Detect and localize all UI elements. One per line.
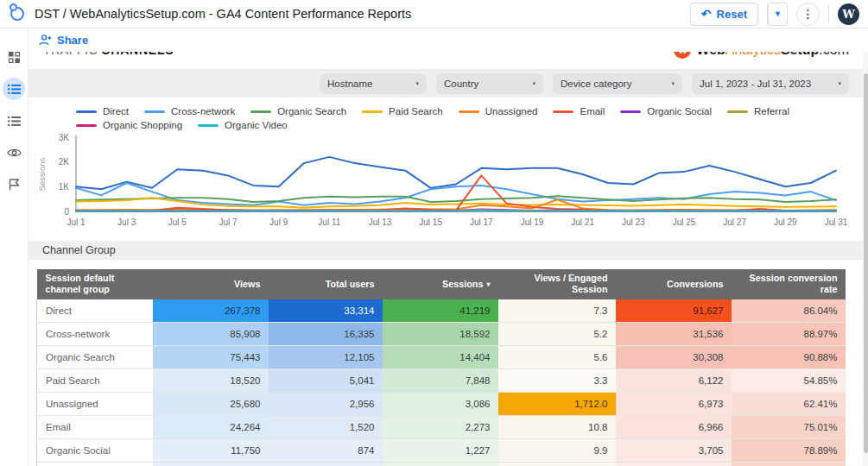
column-header-sessions[interactable]: Sessions▾ xyxy=(383,269,498,299)
table-section-header: Channel Group xyxy=(29,241,868,260)
column-header-conversions[interactable]: Conversions xyxy=(616,269,732,299)
metric-cell: 16,335 xyxy=(269,323,383,346)
legend-swatch xyxy=(362,110,383,113)
metric-cell: 86.04% xyxy=(732,299,846,323)
legend-item-organic-shopping[interactable]: Organic Shopping xyxy=(76,120,182,130)
metric-cell: 54.85% xyxy=(732,369,846,393)
account-avatar[interactable]: W xyxy=(838,3,859,25)
x-tick-label: Jul 21 xyxy=(571,217,594,227)
legend-item-cross-network[interactable]: Cross-network xyxy=(144,106,235,116)
reset-button-label: Reset xyxy=(717,8,747,21)
legend-label: Unassigned xyxy=(485,106,538,116)
sidebar-item-report-list[interactable] xyxy=(3,78,25,100)
filter-bar: Hostname▾Country▾Device category▾Jul 1, … xyxy=(29,69,868,98)
sessions-line-chart: DirectCross-networkOrganic SearchPaid Se… xyxy=(36,106,852,236)
metric-cell: 2,956 xyxy=(269,393,383,416)
x-tick-label: Jul 11 xyxy=(318,217,340,227)
legend-item-organic-search[interactable]: Organic Search xyxy=(250,106,346,116)
filter-chip-label: Jul 1, 2023 - Jul 31, 2023 xyxy=(700,79,811,89)
column-header-views[interactable]: Views xyxy=(153,269,269,299)
column-header-views-engaged-session[interactable]: Views / Engaged Session xyxy=(498,269,616,299)
metric-cell: 6,966 xyxy=(616,416,732,439)
legend-label: Organic Video xyxy=(225,120,288,130)
topbar-actions: ↶ Reset Share ▼ ⋮ W xyxy=(690,3,859,26)
metric-cell: 7,848 xyxy=(383,369,498,393)
legend-item-organic-video[interactable]: Organic Video xyxy=(198,120,288,130)
column-header-label: Sessions xyxy=(442,279,483,289)
y-tick-label: 2K xyxy=(59,157,70,167)
filter-chip-jul-1-2023-jul-31-2023[interactable]: Jul 1, 2023 - Jul 31, 2023▾ xyxy=(692,73,849,94)
metric-cell: 24,264 xyxy=(153,416,269,439)
filter-chip-country[interactable]: Country▾ xyxy=(436,73,543,94)
looker-studio-report: DST / WebAnalyticsSetup.com - GA4 Conten… xyxy=(0,0,868,466)
metric-cell: 78.89% xyxy=(732,439,846,463)
metric-cell: 3,705 xyxy=(616,439,732,463)
looker-studio-icon[interactable] xyxy=(10,7,24,21)
x-tick-label: Jul 5 xyxy=(168,217,187,227)
x-tick-label: Jul 27 xyxy=(723,217,746,227)
metric-cell: 6,973 xyxy=(616,393,732,416)
metric-cell: 7.3 xyxy=(498,299,616,323)
table-row-organic-social: Organic Social11,7508741,2279.93,70578.8… xyxy=(37,439,846,463)
series-line-organic-video[interactable] xyxy=(76,211,836,211)
table-row-cross-network: Cross-network85,90816,33518,5925.231,536… xyxy=(37,323,846,346)
metric-cell: 12,105 xyxy=(269,346,383,369)
column-header-session-conversion-rate[interactable]: Session conversion rate xyxy=(732,269,846,299)
filter-chip-label: Country xyxy=(444,79,478,89)
channel-group-table: Session default channel groupViewsTotal … xyxy=(36,269,846,466)
sidebar-item-preview[interactable] xyxy=(3,142,25,164)
metric-cell: 1,916 xyxy=(616,463,732,466)
legend-swatch xyxy=(250,110,271,113)
chart-legend: DirectCross-networkOrganic SearchPaid Se… xyxy=(36,106,852,130)
legend-label: Organic Social xyxy=(647,106,712,116)
metric-cell: 75.01% xyxy=(732,416,846,439)
series-line-direct[interactable] xyxy=(76,157,836,189)
legend-swatch xyxy=(620,110,641,113)
metric-cell: 90.88% xyxy=(732,346,846,369)
legend-label: Cross-network xyxy=(171,106,235,116)
filter-chip-hostname[interactable]: Hostname▾ xyxy=(320,73,427,94)
table-row-direct: Direct267,37833,31441,2197.391,62786.04% xyxy=(37,299,846,323)
metric-cell: 30,308 xyxy=(616,346,732,369)
channel-name-cell: Unassigned xyxy=(37,393,153,416)
filter-chip-device-category[interactable]: Device category▾ xyxy=(553,73,682,94)
sidebar-item-flag[interactable] xyxy=(3,173,25,196)
metric-cell: 5.6 xyxy=(498,346,616,369)
more-options-button[interactable]: ⋮ xyxy=(796,3,820,26)
x-tick-label: Jul 13 xyxy=(369,217,392,227)
reset-button[interactable]: ↶ Reset xyxy=(690,3,758,26)
share-dropdown-caret[interactable]: ▼ xyxy=(768,3,787,25)
column-header-total-users[interactable]: Total users xyxy=(269,269,383,299)
legend-item-direct[interactable]: Direct xyxy=(76,106,129,116)
metric-cell: 1,520 xyxy=(269,416,383,439)
metric-cell: 6,087 xyxy=(153,463,269,466)
column-header-session-default-channel-group[interactable]: Session default channel group xyxy=(37,269,153,299)
metric-cell: 2,273 xyxy=(383,416,498,439)
x-tick-label: Jul 29 xyxy=(774,217,797,227)
legend-item-unassigned[interactable]: Unassigned xyxy=(459,106,538,116)
x-tick-label: Jul 15 xyxy=(419,217,442,227)
y-tick-label: 0 xyxy=(64,207,69,217)
column-header-label: Total users xyxy=(326,279,375,289)
legend-label: Direct xyxy=(103,106,129,116)
sidebar-item-outline[interactable] xyxy=(3,110,25,132)
metric-cell: 33,314 xyxy=(269,299,383,323)
x-tick-label: Jul 23 xyxy=(622,217,645,227)
legend-item-referral[interactable]: Referral xyxy=(727,106,789,116)
metric-cell: 1,227 xyxy=(383,439,498,463)
sidebar-item-pages[interactable] xyxy=(3,46,25,68)
legend-swatch xyxy=(727,110,748,113)
metric-cell: 11,750 xyxy=(153,439,269,463)
metric-cell: 91,627 xyxy=(616,299,732,323)
channel-name-cell: Referral xyxy=(37,463,153,466)
x-tick-label: Jul 25 xyxy=(673,217,696,227)
legend-item-paid-search[interactable]: Paid Search xyxy=(362,106,443,116)
x-tick-label: Jul 19 xyxy=(521,217,544,227)
top-bar: DST / WebAnalyticsSetup.com - GA4 Conten… xyxy=(0,0,868,28)
legend-swatch xyxy=(198,124,219,127)
legend-item-organic-social[interactable]: Organic Social xyxy=(620,106,712,116)
legend-item-email[interactable]: Email xyxy=(553,106,605,116)
metric-cell: 10.8 xyxy=(498,416,616,439)
metric-cell: 5.2 xyxy=(498,323,616,346)
scrollbar-thumb[interactable] xyxy=(864,73,868,453)
